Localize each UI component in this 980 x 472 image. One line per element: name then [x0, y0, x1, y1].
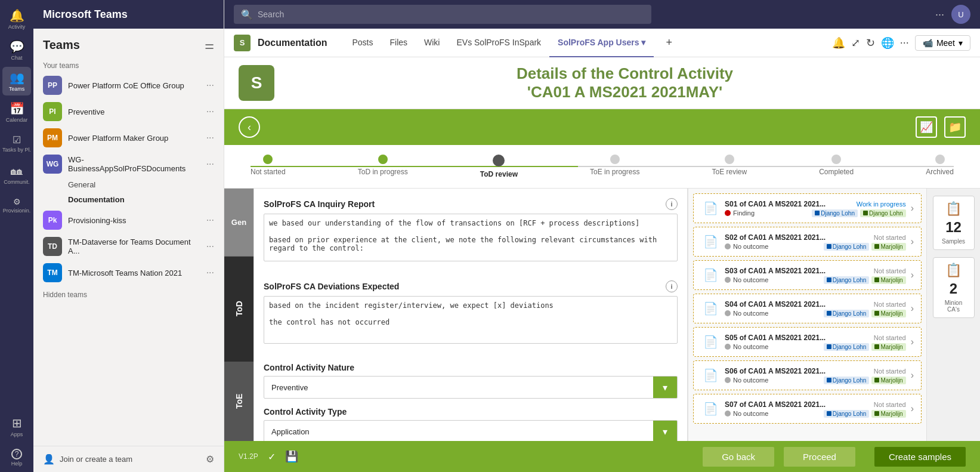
sample-assignees: Django Lohn Marjolijn [824, 243, 906, 251]
step-toe-review: ToE review [712, 155, 747, 178]
inquiry-info-icon[interactable]: i [666, 198, 678, 210]
folder-icon-button[interactable]: 📁 [944, 116, 966, 138]
expand-icon[interactable]: ⤢ [851, 36, 860, 50]
nav-activity[interactable]: 🔔 Activity [2, 5, 31, 33]
search-input[interactable] [258, 10, 644, 19]
channel-more-icon[interactable]: ··· [900, 36, 909, 49]
search-bar[interactable]: 🔍 [234, 5, 651, 24]
banner-right: 📈 📁 [916, 116, 966, 138]
team-item-wg-biz[interactable]: WG WG-BusinessAppSolProFSDocuments ··· [33, 151, 224, 177]
nav-help[interactable]: ? Help [2, 443, 31, 472]
team-more-icon[interactable]: ··· [206, 241, 214, 252]
notify-icon[interactable]: 🔔 [832, 36, 845, 50]
nav-chat[interactable]: 💬 Chat [2, 36, 31, 64]
nature-dropdown-arrow[interactable]: ▾ [653, 377, 677, 398]
team-item-pp-coe[interactable]: PP Power Platform CoE Office Group ··· [33, 72, 224, 98]
nav-provisioning[interactable]: ⚙ Provisionin. [2, 191, 31, 220]
team-name: Preventive [68, 107, 200, 116]
team-more-icon[interactable]: ··· [206, 80, 214, 91]
nav-apps[interactable]: ⊞ Apps [2, 412, 31, 441]
tab-files[interactable]: Files [381, 29, 416, 57]
channel-header: S Documentation Posts Files Wiki EVs Sol… [224, 29, 980, 57]
sample-title: S01 of CA01 A MS2021 2021... [725, 200, 826, 208]
proceed-button[interactable]: Proceed [784, 447, 855, 467]
go-back-button[interactable]: Go back [703, 447, 774, 467]
type-select[interactable]: Application ▾ [264, 420, 678, 441]
team-item-tm-ms[interactable]: TM TM-Microsoft Teams Nation 2021 ··· [33, 260, 224, 286]
nature-select[interactable]: Preventive ▾ [264, 376, 678, 399]
tab-solprofs-users[interactable]: SolProFS App Users ▾ [549, 29, 654, 57]
team-item-tm-dv[interactable]: TD TM-Dataverse for Teams Document A... … [33, 233, 224, 260]
sample-chevron-icon[interactable]: › [911, 337, 914, 347]
team-more-icon[interactable]: ··· [206, 132, 214, 143]
save-icon[interactable]: 💾 [285, 450, 298, 463]
side-label-toe: ToE [224, 362, 253, 441]
filter-icon[interactable]: ⚌ [205, 39, 214, 52]
sample-chevron-icon[interactable]: › [911, 370, 914, 381]
back-button[interactable]: ‹ [239, 116, 260, 138]
team-item-prov-inn[interactable]: PI Preventive ··· [33, 98, 224, 125]
add-tab-icon[interactable]: + [661, 36, 677, 49]
sample-item-s07[interactable]: 📄 S07 of CA01 A MS2021 2021... Not start… [693, 394, 922, 424]
sample-item-s06[interactable]: 📄 S06 of CA01 A MS2021 2021... Not start… [693, 360, 922, 390]
user-avatar[interactable]: U [951, 5, 970, 24]
deviations-section: SolProFS CA Deviations Expected i based … [264, 280, 678, 354]
team-more-icon[interactable]: ··· [206, 267, 214, 278]
inquiry-report-title: SolProFS CA Inquiry Report i [264, 198, 678, 210]
team-more-icon[interactable]: ··· [206, 159, 214, 169]
samples-count: 12 [945, 219, 962, 236]
deviations-info-icon[interactable]: i [666, 280, 678, 292]
nav-teams[interactable]: 👥 Teams [2, 67, 31, 95]
type-dropdown-arrow[interactable]: ▾ [653, 421, 677, 441]
settings-icon[interactable]: ⚙ [206, 454, 214, 465]
chart-icon-button[interactable]: 📈 [916, 116, 937, 138]
assignee-tag: Django Lohn [824, 243, 870, 251]
refresh-icon[interactable]: ↻ [866, 36, 875, 50]
nav-tasks[interactable]: ☑ Tasks by Pl. [2, 129, 31, 158]
step-dot [263, 155, 273, 164]
nav-community[interactable]: 🏘 Communit. [2, 160, 31, 189]
nature-value: Preventive [264, 378, 653, 397]
tab-wiki[interactable]: Wiki [416, 29, 448, 57]
channel-tabs: Posts Files Wiki EVs SolProFS InSpark So… [344, 29, 654, 57]
channel-item-general[interactable]: General [33, 177, 224, 192]
sample-chevron-icon[interactable]: › [911, 203, 914, 214]
no-outcome-dot [725, 377, 731, 383]
sample-item-s05[interactable]: 📄 S05 of CA01 A MS2021 2021... Not start… [693, 327, 922, 357]
step-label: ToE review [712, 168, 747, 176]
sample-item-s04[interactable]: 📄 S04 of CA01 A MS2021 2021... Not start… [693, 294, 922, 323]
step-label: ToD review [480, 170, 518, 178]
step-dot [831, 155, 841, 164]
create-samples-button[interactable]: Create samples [874, 447, 966, 467]
teams-footer[interactable]: 👤 Join or create a team ⚙ [33, 446, 224, 472]
team-item-prov-kiss[interactable]: Pk Provisioning-kiss ··· [33, 207, 224, 233]
sample-item-s02[interactable]: 📄 S02 of CA01 A MS2021 2021... Not start… [693, 227, 922, 257]
tab-posts[interactable]: Posts [344, 29, 381, 57]
channel-item-documentation[interactable]: Documentation [33, 192, 224, 207]
no-outcome-dot [725, 277, 731, 283]
team-name: WG-BusinessAppSolProFSDocuments [68, 155, 200, 173]
more-options-icon[interactable]: ··· [935, 8, 944, 21]
team-item-pp-maker[interactable]: PM Power Platform Maker Group ··· [33, 125, 224, 151]
sample-chevron-icon[interactable]: › [911, 403, 914, 414]
nav-calendar[interactable]: 📅 Calendar [2, 98, 31, 127]
inquiry-report-textarea[interactable]: we based our understanding of the flow o… [264, 214, 678, 261]
finding-dot [725, 210, 731, 216]
no-outcome-dot [725, 411, 731, 417]
sample-assignees: Django Lohn Marjolijn [824, 276, 906, 284]
team-more-icon[interactable]: ··· [206, 215, 214, 226]
sample-item-s03[interactable]: 📄 S03 of CA01 A MS2021 2021... Not start… [693, 260, 922, 290]
sample-item-s01[interactable]: 📄 S01 of CA01 A MS2021 2021... Work in p… [693, 193, 922, 223]
tab-evs[interactable]: EVs SolProFS InSpark [448, 29, 549, 57]
globe-icon[interactable]: 🌐 [881, 36, 894, 50]
sample-chevron-icon[interactable]: › [911, 303, 914, 314]
assignee-tag: Django Lohn [824, 310, 870, 317]
sample-doc-icon: 📄 [701, 399, 720, 418]
sample-chevron-icon[interactable]: › [911, 270, 914, 280]
samples-panel: 📄 S01 of CA01 A MS2021 2021... Work in p… [688, 189, 926, 441]
teams-panel: Microsoft Teams Teams ⚌ Your teams PP Po… [33, 0, 224, 472]
deviations-textarea[interactable]: based on the incident register/interview… [264, 296, 678, 344]
sample-chevron-icon[interactable]: › [911, 236, 914, 247]
meet-button[interactable]: 📹 Meet ▾ [915, 35, 970, 51]
team-more-icon[interactable]: ··· [206, 106, 214, 117]
